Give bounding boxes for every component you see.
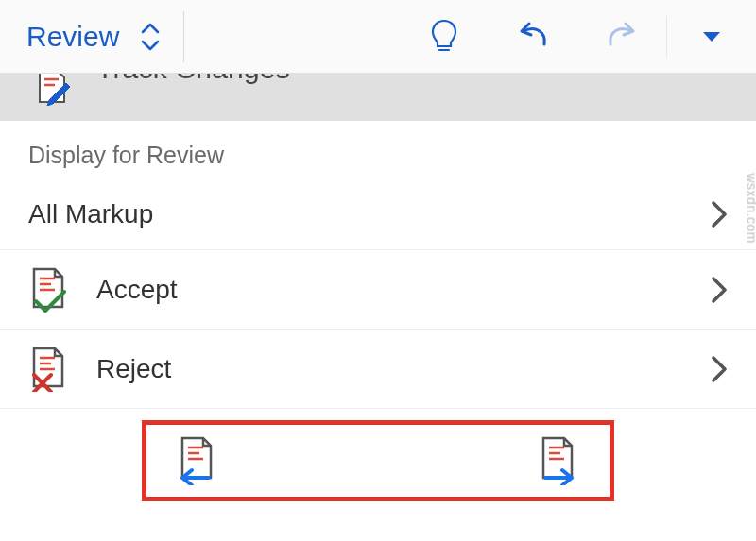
- chevron-right-icon: [711, 200, 728, 228]
- more-button[interactable]: [667, 0, 756, 73]
- doc-arrow-left-icon: [175, 436, 220, 485]
- accept-row[interactable]: Accept: [0, 250, 756, 330]
- reject-row[interactable]: Reject: [0, 330, 756, 409]
- all-markup-label: All Markup: [28, 199, 684, 229]
- track-changes-label: Track Changes: [96, 74, 290, 85]
- toolbar: Review: [0, 0, 756, 74]
- accept-icon: [28, 267, 70, 313]
- reject-icon: [28, 347, 70, 392]
- display-for-review-header: Display for Review: [0, 121, 756, 178]
- all-markup-row[interactable]: All Markup: [0, 178, 756, 250]
- tell-me-button[interactable]: [400, 0, 489, 73]
- chevron-right-icon: [711, 355, 728, 383]
- separator: [183, 11, 184, 62]
- reject-label: Reject: [96, 354, 684, 384]
- updown-icon: [140, 21, 161, 53]
- accept-label: Accept: [96, 275, 684, 305]
- watermark: wsxdn.com: [745, 173, 756, 244]
- chevron-right-icon: [711, 276, 728, 304]
- lightbulb-icon: [430, 18, 458, 56]
- change-navigation-highlight: [142, 420, 614, 501]
- redo-button[interactable]: [577, 0, 666, 73]
- previous-change-button[interactable]: [175, 436, 220, 485]
- undo-icon: [514, 20, 552, 54]
- svg-marker-1: [703, 32, 720, 42]
- ribbon-tab-selector[interactable]: Review: [0, 0, 183, 73]
- doc-arrow-right-icon: [536, 436, 581, 485]
- track-changes-row[interactable]: Track Changes: [0, 74, 756, 121]
- ribbon-tab-label: Review: [26, 21, 119, 53]
- redo-icon: [603, 20, 641, 54]
- next-change-button[interactable]: [536, 436, 581, 485]
- toolbar-actions: [400, 0, 756, 73]
- undo-button[interactable]: [489, 0, 577, 73]
- track-changes-icon: [32, 74, 70, 106]
- caret-down-icon: [701, 30, 722, 43]
